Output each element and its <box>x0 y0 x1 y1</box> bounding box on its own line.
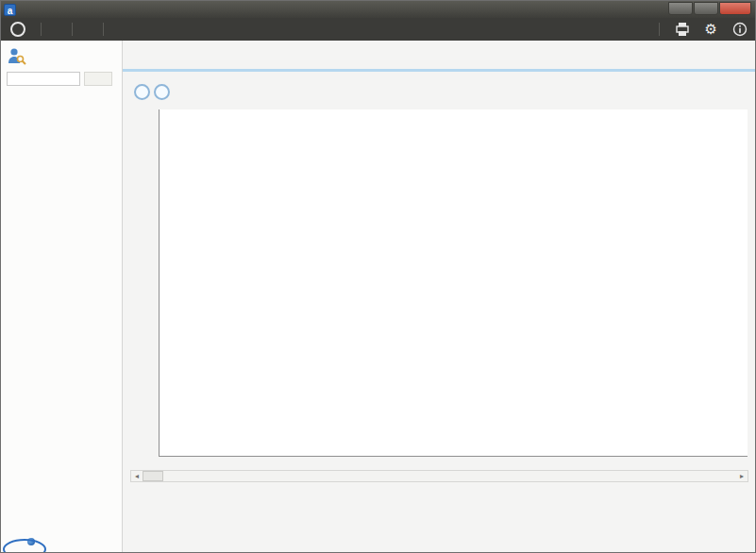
toolbar-separator <box>72 23 73 36</box>
gear-icon[interactable]: ⚙ <box>705 21 717 38</box>
accent-strip <box>123 69 755 72</box>
tab-bar <box>123 41 755 67</box>
toolbar-separator <box>659 23 660 36</box>
go-button[interactable] <box>84 72 112 86</box>
prev-year-button[interactable] <box>134 84 150 100</box>
info-icon[interactable] <box>732 22 748 37</box>
app-icon: a <box>4 4 16 16</box>
main-panel: ◂ ▸ <box>123 41 755 553</box>
back-icon[interactable] <box>10 22 25 37</box>
close-button[interactable] <box>719 2 751 15</box>
y-axis-labels <box>128 109 159 457</box>
next-year-button[interactable] <box>154 84 170 100</box>
turnover-chart <box>128 109 755 461</box>
sidebar <box>1 41 123 553</box>
scrollbar-thumb[interactable] <box>143 471 163 481</box>
scroll-left-icon[interactable]: ◂ <box>131 472 143 480</box>
toolbar-separator <box>41 23 42 36</box>
minimize-button[interactable] <box>668 2 693 15</box>
maximize-button[interactable] <box>694 2 718 15</box>
toolbar-separator <box>103 23 104 36</box>
title-bar: a <box>1 1 755 18</box>
logo-arc <box>3 539 46 553</box>
person-search-icon <box>7 46 27 69</box>
toolbar: ⚙ <box>1 18 755 41</box>
softwarenetz-logo <box>1 535 122 548</box>
scroll-right-icon[interactable]: ▸ <box>736 472 748 480</box>
plot-area <box>159 109 748 457</box>
horizontal-scrollbar[interactable]: ◂ ▸ <box>130 470 748 482</box>
search-input[interactable] <box>7 72 80 86</box>
printer-icon[interactable] <box>675 22 690 37</box>
